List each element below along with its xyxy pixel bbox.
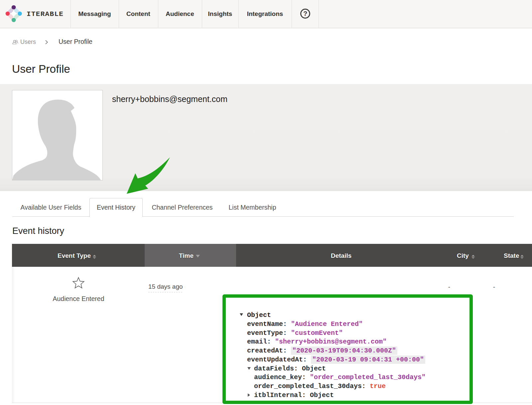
svg-text:?: ? (303, 10, 307, 17)
